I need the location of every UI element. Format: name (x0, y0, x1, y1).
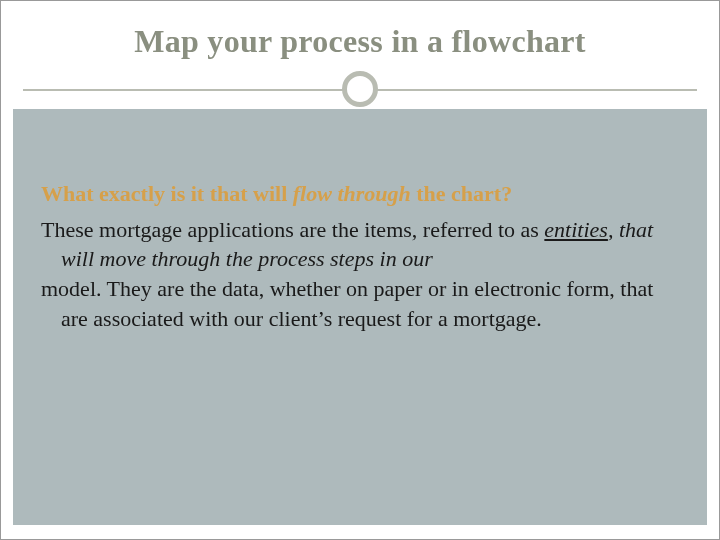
body-para-2: model. They are the data, whether on pap… (41, 274, 679, 333)
entities-word: entities (544, 217, 608, 242)
body-p1-a: These mortgage applications are the item… (41, 217, 544, 242)
body-para-1: These mortgage applications are the item… (41, 215, 679, 274)
circle-icon (342, 71, 378, 107)
question-line: What exactly is it that will flow throug… (41, 179, 679, 209)
question-tail: the chart? (411, 181, 512, 206)
question-lead: What exactly is it that will (41, 181, 293, 206)
slide: Map your process in a flowchart What exa… (0, 0, 720, 540)
question-italic: flow through (293, 181, 411, 206)
content-area: What exactly is it that will flow throug… (41, 179, 679, 333)
slide-title: Map your process in a flowchart (1, 23, 719, 60)
